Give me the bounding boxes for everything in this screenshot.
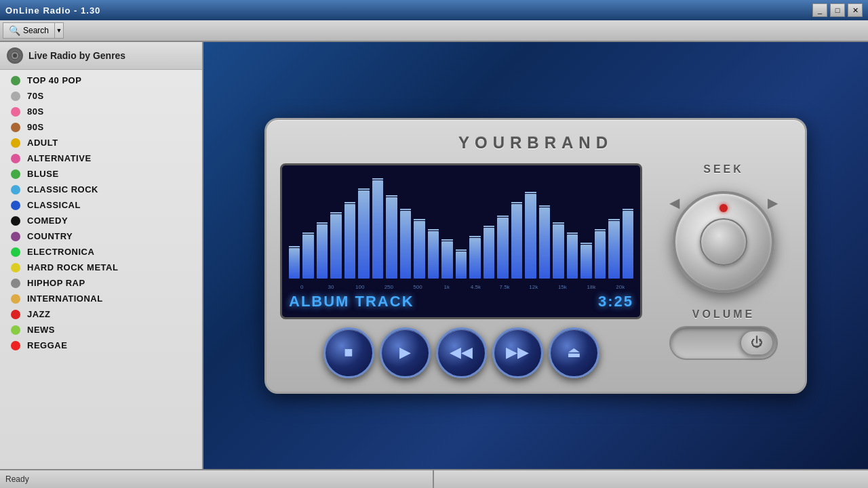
eq-bar-5: [358, 190, 369, 279]
genre-item-jazz[interactable]: JAZZ: [0, 306, 202, 322]
genre-list-container[interactable]: TOP 40 POP 70S 80S 90S ADULT ALTERNATIVE…: [0, 70, 202, 469]
eq-label-0: 0: [289, 284, 315, 290]
genre-item-hiphop-rap[interactable]: HIPHOP RAP: [0, 275, 202, 291]
genre-dot: [11, 341, 20, 350]
status-right: [434, 470, 868, 488]
eq-label-1: 30: [318, 284, 344, 290]
search-label: Search: [23, 26, 49, 35]
minimize-button[interactable]: _: [812, 3, 827, 17]
left-panel: Live Radio by Genres TOP 40 POP 70S 80S …: [0, 42, 203, 469]
track-time: 3:25: [598, 293, 633, 310]
genre-item-80s[interactable]: 80S: [0, 104, 202, 119]
power-icon: ⏻: [751, 336, 763, 350]
seek-left-arrow: ◀: [669, 195, 679, 211]
eq-bar-22: [595, 231, 606, 279]
radio-symbol: [10, 51, 20, 60]
radio-brand: YOURBRAND: [458, 134, 613, 152]
fast-forward-button[interactable]: ▶▶: [492, 327, 543, 378]
genre-label: COMEDY: [27, 216, 68, 226]
svg-point-1: [13, 54, 17, 58]
genre-label: REGGAE: [27, 340, 67, 350]
eq-bar-12: [456, 251, 467, 279]
genre-item-hard-rock-metal[interactable]: HARD ROCK METAL: [0, 260, 202, 275]
genre-dot: [11, 138, 20, 148]
eq-bar-17: [525, 194, 536, 279]
eq-label-5: 1k: [433, 284, 460, 290]
eq-bar-19: [553, 224, 564, 279]
genre-dot: [11, 216, 20, 226]
genre-dot: [11, 107, 20, 117]
genre-item-country[interactable]: COUNTRY: [0, 228, 202, 244]
genre-item-electronica[interactable]: ELECTRONICA: [0, 244, 202, 260]
genre-item-adult[interactable]: ADULT: [0, 135, 202, 150]
genre-item-comedy[interactable]: COMEDY: [0, 213, 202, 228]
power-switch[interactable]: ⏻: [669, 326, 778, 360]
eq-bar-10: [428, 231, 439, 279]
rewind-button[interactable]: ◀◀: [436, 327, 487, 378]
track-info: ALBUM TRACK 3:25: [289, 290, 633, 310]
fast-forward-icon: ▶▶: [506, 344, 529, 361]
genre-label: 90S: [27, 122, 44, 132]
genre-label: TOP 40 POP: [27, 75, 81, 85]
radio-icon: [7, 47, 23, 64]
genre-label: NEWS: [27, 325, 55, 335]
knob-center: [700, 218, 747, 266]
radio-left: 0301002505001k4.5k7.5k12k15k18k20k ALBUM…: [280, 163, 642, 378]
maximize-button[interactable]: □: [830, 3, 845, 17]
genre-dot: [11, 92, 20, 101]
title-bar: OnLine Radio - 1.30 _ □ ✕: [0, 0, 868, 20]
eject-icon: ⏏: [567, 344, 581, 361]
right-panel: YOURBRAND 0301002505001k4.5k7.5k12k15k18…: [203, 42, 868, 469]
genre-item-90s[interactable]: 90S: [0, 119, 202, 135]
eq-bar-9: [414, 221, 425, 279]
eq-bar-6: [372, 180, 383, 279]
genre-item-classical[interactable]: CLASSICAL: [0, 197, 202, 213]
eq-label-3: 250: [376, 284, 402, 290]
genre-label: HARD ROCK METAL: [27, 262, 118, 272]
genre-dot: [11, 201, 20, 210]
genre-item-international[interactable]: INTERNATIONAL: [0, 291, 202, 306]
eq-label-4: 500: [405, 284, 431, 290]
genre-item-alternative[interactable]: ALTERNATIVE: [0, 150, 202, 166]
seek-knob[interactable]: [673, 191, 774, 293]
genre-item-top-40-pop[interactable]: TOP 40 POP: [0, 73, 202, 88]
eq-bar-16: [511, 204, 522, 279]
genre-item-classic-rock[interactable]: CLASSIC ROCK: [0, 182, 202, 197]
genre-label: ALTERNATIVE: [27, 153, 92, 163]
stop-button[interactable]: ■: [323, 327, 374, 378]
close-button[interactable]: ✕: [848, 3, 863, 17]
panel-title: Live Radio by Genres: [28, 50, 125, 61]
genre-dot: [11, 123, 20, 132]
genre-label: 70S: [27, 91, 44, 101]
genre-label: HIPHOP RAP: [27, 278, 85, 288]
search-button[interactable]: 🔍 Search: [3, 22, 55, 39]
eq-label-9: 15k: [549, 284, 576, 290]
search-dropdown[interactable]: ▼: [54, 22, 64, 39]
seek-label: SEEK: [703, 163, 744, 176]
app-title: OnLine Radio - 1.30: [5, 5, 100, 16]
player-buttons: ■ ▶ ◀◀ ▶▶ ⏏: [280, 327, 642, 378]
genre-label: ELECTRONICA: [27, 247, 94, 257]
genre-dot: [11, 169, 20, 179]
genre-item-bluse[interactable]: BLUSE: [0, 166, 202, 182]
genre-dot: [11, 247, 20, 257]
genre-label: 80S: [27, 106, 44, 117]
eject-button[interactable]: ⏏: [549, 327, 599, 378]
eq-bar-0: [289, 248, 300, 279]
genre-label: BLUSE: [27, 169, 59, 179]
genre-label: CLASSIC ROCK: [27, 184, 98, 195]
genre-list: TOP 40 POP 70S 80S 90S ADULT ALTERNATIVE…: [0, 70, 202, 356]
eq-label-7: 7.5k: [492, 284, 518, 290]
play-button[interactable]: ▶: [380, 327, 431, 378]
genre-item-reggae[interactable]: REGGAE: [0, 338, 202, 353]
rewind-icon: ◀◀: [450, 344, 473, 361]
genre-item-news[interactable]: NEWS: [0, 322, 202, 338]
eq-label-6: 4.5k: [462, 284, 489, 290]
genre-dot: [11, 279, 20, 288]
eq-bars: [289, 177, 633, 279]
genre-item-70s[interactable]: 70S: [0, 88, 202, 104]
eq-bar-20: [567, 235, 578, 279]
seek-right-arrow: ▶: [768, 195, 778, 211]
eq-label-8: 12k: [520, 284, 547, 290]
eq-bar-13: [469, 238, 480, 279]
